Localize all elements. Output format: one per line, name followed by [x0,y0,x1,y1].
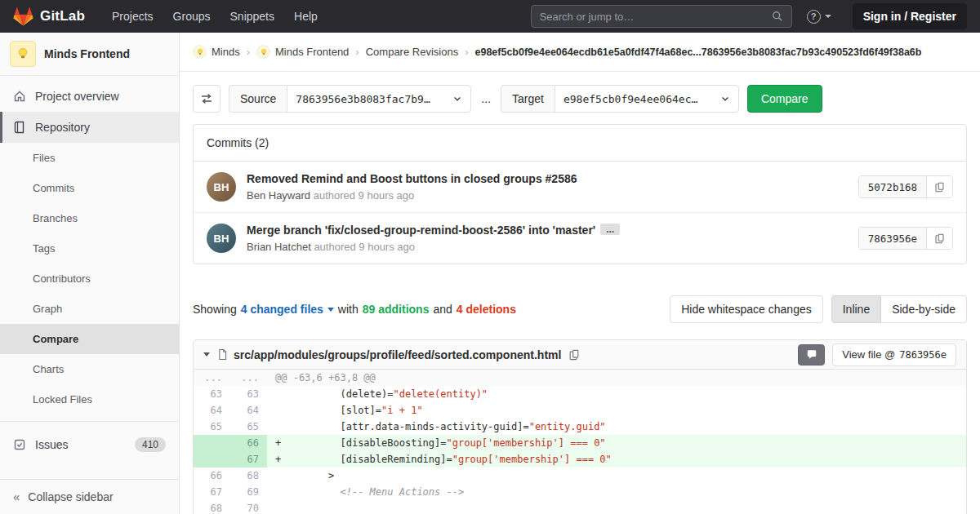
sidebar-item-tags[interactable]: Tags [0,233,179,264]
diff-new-line-number[interactable]: 68 [230,467,267,484]
sidebar-divider [0,421,179,422]
commit-row: BHRemoved Remind and Boost buttons in cl… [194,162,966,212]
diff-context-line-row: 6769 <!-- Menu Actions --> [194,484,966,500]
file-icon [217,348,228,361]
copy-file-path-button[interactable] [568,349,580,361]
collapse-sidebar-button[interactable]: « Collapse sidebar [0,479,179,514]
help-dropdown[interactable]: ? [807,10,831,24]
commit-expand-button[interactable]: ... [600,224,620,235]
commit-author-avatar: BH [207,224,236,253]
sidebar-item-compare[interactable]: Compare [0,324,179,354]
chevron-down-icon [452,94,462,104]
copy-sha-button[interactable] [926,228,952,249]
sidebar-item-locked-files[interactable]: Locked Files [0,384,179,414]
commit-author-link[interactable]: Ben Hayward [247,189,310,202]
diff-code-cell: (delete)="delete(entity)" [267,386,966,402]
diff-view-options: Hide whitespace changes Inline Side-by-s… [670,295,967,323]
compare-button[interactable]: Compare [747,85,822,113]
diff-file-path[interactable]: src/app/modules/groups/profile/feed/sort… [234,348,561,361]
commit-meta: Brian Hatchet authored 9 hours ago [247,241,848,253]
diff-old-line-number[interactable]: 68 [194,500,230,514]
sidebar-item-project-overview[interactable]: Project overview [0,81,179,112]
breadcrumb-project[interactable]: Minds Frontend [256,45,349,59]
diff-old-line-number[interactable]: 66 [194,467,230,484]
breadcrumb-project-label: Minds Frontend [275,46,349,58]
and-label: and [433,303,452,316]
inline-view-button[interactable]: Inline [831,295,881,323]
commit-title-link[interactable]: Removed Remind and Boost buttons in clos… [247,172,848,185]
collapse-diff-caret-icon[interactable] [203,352,210,357]
issues-icon [13,438,26,451]
commit-author-avatar: BH [207,172,236,202]
copy-sha-button[interactable] [926,176,952,197]
diff-new-line-number[interactable]: 64 [230,402,267,419]
commit-authored-time: authored 9 hours ago [314,241,415,253]
commit-info: Removed Remind and Boost buttons in clos… [247,172,848,202]
hide-whitespace-button[interactable]: Hide whitespace changes [670,295,823,323]
changed-files-dropdown[interactable]: 4 changed files [241,303,334,316]
swap-revisions-button[interactable] [193,85,220,113]
nav-projects[interactable]: Projects [103,5,163,28]
search-input[interactable]: Search or jump to… [531,5,792,28]
diff-new-line-number[interactable]: 65 [230,419,267,435]
repository-subnav: FilesCommitsBranchesTagsContributorsGrap… [0,143,179,414]
commit-sha-link[interactable]: 5072b168 [859,176,926,197]
diff-old-line-number[interactable]: 63 [194,386,230,402]
breadcrumb-group[interactable]: Minds [193,45,240,59]
sidebar-item-branches[interactable]: Branches [0,203,179,233]
diff-context-line-row: 6668 > [194,467,966,484]
gitlab-tanuki-icon [13,7,33,27]
collapse-sidebar-label: Collapse sidebar [28,490,113,503]
target-revision-value: e98ef5cb0f9e4ee064ec… [564,93,697,105]
source-revision-dropdown[interactable]: 7863956e3b8083fac7b9… [287,85,471,113]
sidebar-item-commits[interactable]: Commits [0,173,179,203]
nav-groups[interactable]: Groups [164,5,220,28]
sidebar-item-files[interactable]: Files [0,143,179,173]
target-label: Target [501,85,555,113]
sidebar-item-charts[interactable]: Charts [0,354,179,384]
commit-title-link[interactable]: Merge branch 'fix/closed-group-remind-bo… [247,224,848,237]
diff-context-line-row: 6870 [194,500,966,514]
commit-author-link[interactable]: Brian Hatchet [247,241,311,253]
diff-new-line-number[interactable]: 67 [230,451,267,467]
breadcrumb-page[interactable]: Compare Revisions [366,46,458,58]
view-file-button[interactable]: View file @ 7863956e [832,343,956,366]
diff-old-line-number[interactable] [194,451,230,467]
diff-old-line-number[interactable]: 65 [194,419,230,435]
diff-old-line-number[interactable]: 67 [194,484,230,500]
sidebar-project-header[interactable]: Minds Frontend [0,33,179,76]
nav-help[interactable]: Help [285,5,327,28]
view-file-sha: 7863956e [899,349,947,361]
breadcrumb: Minds › Minds Frontend › Compare Revisio… [180,33,980,72]
commit-row: BHMerge branch 'fix/closed-group-remind-… [194,212,966,264]
breadcrumb-separator: › [247,46,250,58]
commits-panel-header: Commits (2) [194,125,966,162]
commit-sha-link[interactable]: 7863956e [859,228,926,249]
side-by-side-view-button[interactable]: Side-by-side [881,295,967,323]
sidebar-item-issues[interactable]: Issues 410 [0,428,179,461]
project-avatar [256,45,270,59]
diff-new-line-number[interactable]: 66 [230,435,267,451]
diff-old-line-number[interactable] [194,435,230,451]
sign-in-button[interactable]: Sign in / Register [853,3,967,29]
book-icon [13,121,26,134]
gitlab-home-link[interactable]: GitLab [13,7,85,27]
diff-new-line-number[interactable]: 63 [230,386,267,402]
diff-old-line-number[interactable]: ... [194,370,230,386]
diff-old-line-number[interactable]: 64 [194,402,230,419]
deletions-count: 4 deletions [457,303,516,316]
diff-new-line-number[interactable]: 69 [230,484,267,500]
nav-snippets[interactable]: Snippets [221,5,283,28]
main-content: Minds › Minds Frontend › Compare Revisio… [180,0,980,514]
sidebar-item-contributors[interactable]: Contributors [0,264,179,294]
diff-context-line-row: 6464 [slot]="i + 1" [194,402,966,419]
sidebar-item-graph[interactable]: Graph [0,294,179,324]
target-revision-dropdown[interactable]: e98ef5cb0f9e4ee064ec… [555,85,739,113]
toggle-comments-button[interactable] [798,344,825,366]
diff-code-cell: <!-- Menu Actions --> [267,484,966,500]
sidebar-item-repository[interactable]: Repository [0,112,179,143]
commit-sha-group: 7863956e [858,227,953,250]
source-input-group: Source 7863956e3b8083fac7b9… [229,85,471,113]
diff-new-line-number[interactable]: 70 [230,500,267,514]
diff-new-line-number[interactable]: ... [230,370,267,386]
